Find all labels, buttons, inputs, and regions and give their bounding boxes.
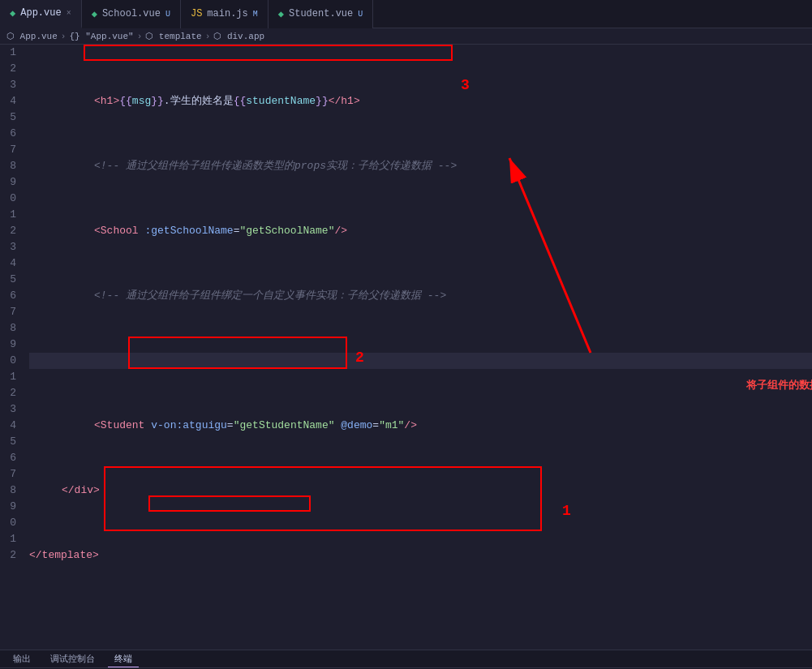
code-content: <h1>{{msg}}.学生的姓名是{{studentName}}</h1> <… [23, 45, 812, 650]
tab-label: Student.vue [289, 8, 353, 19]
tab-label: main.js [207, 8, 247, 19]
breadcrumb-item: {} "App.vue" [69, 32, 133, 41]
annotation-1: 1 [562, 503, 571, 519]
code-line-4: <!-- 通过父组件给子组件绑定一个自定义事件实现：子给父传递数据 --> [29, 288, 812, 304]
tab-bar: ◆ App.vue × ◆ School.vue U JS main.js M … [0, 0, 812, 28]
tab-app-vue[interactable]: ◆ App.vue × [0, 0, 82, 28]
breadcrumb-sep: › [137, 32, 143, 41]
annotation-3: 3 [461, 77, 470, 93]
breadcrumb-item: ⬡ App.vue [6, 31, 58, 41]
breadcrumb-sep: › [205, 32, 211, 41]
vue-icon: ◆ [278, 8, 284, 20]
code-area: 1 2 3 4 5 6 7 8 9 0 1 2 3 4 5 6 7 8 9 0 … [0, 45, 812, 650]
red-box-getstudentname [104, 466, 542, 531]
panel-tab-debug[interactable]: 调试控制台 [44, 651, 101, 667]
tab-main-js[interactable]: JS main.js M [181, 0, 269, 28]
tab-student-vue[interactable]: ◆ Student.vue U [269, 0, 373, 28]
code-line-1: <h1>{{msg}}.学生的姓名是{{studentName}}</h1> [29, 93, 812, 109]
modified-indicator: M [253, 10, 258, 19]
panel-tab-output[interactable]: 输出 [6, 651, 37, 667]
svg-line-1 [509, 158, 591, 353]
modified-indicator: U [358, 10, 363, 19]
line-numbers: 1 2 3 4 5 6 7 8 9 0 1 2 3 4 5 6 7 8 9 0 … [0, 45, 23, 650]
code-line-9 [29, 612, 812, 628]
breadcrumb-sep: › [61, 32, 67, 41]
editor: 1 2 3 4 5 6 7 8 9 0 1 2 3 4 5 6 7 8 9 0 … [0, 45, 812, 650]
panel-tabs: 输出 调试控制台 终端 [0, 650, 812, 667]
code-line-7: </div> [29, 482, 812, 499]
breadcrumb-item: ⬡ div.app [213, 31, 264, 41]
js-icon: JS [191, 8, 202, 19]
code-line-8: </template> [29, 547, 812, 564]
red-box-h1 [84, 45, 453, 61]
vue-icon: ◆ [92, 8, 97, 20]
code-line-5 [29, 353, 812, 369]
breadcrumb-item: ⬡ template [145, 31, 201, 41]
panel-tab-terminal[interactable]: 终端 [108, 651, 139, 667]
breadcrumb: ⬡ App.vue › {} "App.vue" › ⬡ template › … [0, 28, 812, 45]
modified-indicator: U [165, 10, 170, 19]
code-line-6: <Student v-on:atguigu="getStudentName" @… [29, 418, 812, 434]
tab-close-icon[interactable]: × [67, 9, 71, 18]
vue-icon: ◆ [10, 7, 15, 19]
tab-school-vue[interactable]: ◆ School.vue U [82, 0, 181, 28]
code-line-2: <!-- 通过父组件给子组件传递函数类型的props实现：子给父传递数据 --> [29, 158, 812, 174]
code-line-3: <School :getSchoolName="getSchoolName"/> [29, 223, 812, 239]
tab-label: App.vue [20, 7, 61, 19]
tab-label: School.vue [102, 8, 161, 19]
